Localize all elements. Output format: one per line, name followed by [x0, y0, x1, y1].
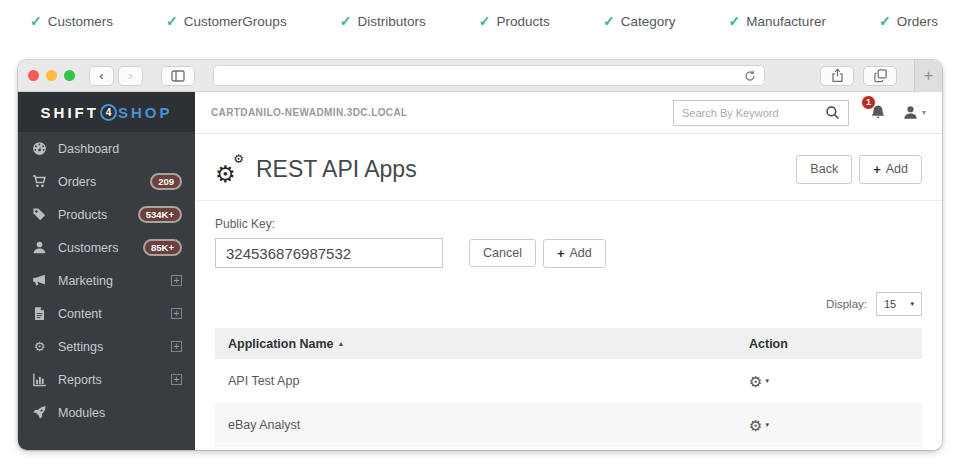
logo-text-shift: SHIFT: [41, 104, 99, 121]
expand-icon[interactable]: +: [171, 308, 182, 319]
expand-icon[interactable]: +: [171, 374, 182, 385]
public-key-section: Public Key: Cancel + Add: [215, 217, 922, 268]
search-icon[interactable]: [825, 105, 840, 120]
table-row: eBay Analyst ⚙ ▾: [215, 403, 922, 447]
row-action-menu[interactable]: ⚙ ▾: [749, 418, 909, 433]
main-panel: CARTDANILO-NEWADMIN.3DC.LOCAL 1 ▾: [195, 92, 942, 450]
sidebar-toggle-icon: [170, 68, 186, 84]
notification-count-badge: 1: [861, 95, 876, 110]
products-count-badge: 534K+: [138, 206, 182, 223]
display-controls: Display: 15 ▾: [215, 292, 922, 316]
header-divider: [195, 200, 942, 201]
check-icon: ✓: [340, 13, 352, 29]
chevron-down-icon: ▾: [922, 108, 926, 117]
menu-item-label: Customers: [48, 14, 113, 29]
sidebar-item-dashboard[interactable]: Dashboard: [18, 132, 195, 165]
sidebar-item-label: Orders: [58, 175, 96, 189]
show-tabs-button[interactable]: [863, 66, 897, 86]
menu-item-category[interactable]: ✓ Category: [603, 13, 676, 29]
refresh-icon[interactable]: [743, 69, 757, 83]
check-icon: ✓: [30, 13, 42, 29]
caret-down-icon: ▾: [765, 377, 769, 385]
minimize-window-button[interactable]: [46, 70, 57, 81]
sidebar-item-products[interactable]: Products 534K+: [18, 198, 195, 231]
megaphone-icon: [32, 273, 47, 288]
new-tab-button[interactable]: +: [914, 60, 942, 92]
gear-icon: ⚙: [749, 374, 762, 389]
account-menu-button[interactable]: ▾: [902, 104, 926, 121]
browser-toolbar: ‹ › +: [18, 60, 942, 92]
close-window-button[interactable]: [28, 70, 39, 81]
select-caret-icon: ▾: [910, 300, 914, 308]
expand-icon[interactable]: +: [171, 341, 182, 352]
zoom-window-button[interactable]: [64, 70, 75, 81]
document-icon: [32, 306, 47, 321]
traffic-lights: [28, 70, 75, 81]
sort-asc-icon: ▲: [338, 340, 345, 347]
toolbar-right-group: +: [820, 60, 942, 91]
keyword-search-box[interactable]: [673, 100, 849, 126]
browser-forward-button[interactable]: ›: [118, 66, 143, 86]
address-input[interactable]: [214, 66, 764, 85]
expand-icon[interactable]: +: [171, 275, 182, 286]
page-content: ⚙ ⚙ REST API Apps Back + Add Public Key:: [195, 134, 942, 450]
cart-icon: [32, 174, 47, 189]
menu-item-orders[interactable]: ✓ Orders: [879, 13, 938, 29]
table-row: API Test App ⚙ ▾: [215, 359, 922, 403]
display-label: Display:: [826, 298, 867, 310]
shift4shop-logo[interactable]: SHIFT 4 SHOP: [18, 92, 195, 132]
menu-item-products[interactable]: ✓ Products: [479, 13, 550, 29]
tabs-icon: [873, 68, 888, 83]
sidebar-item-marketing[interactable]: Marketing +: [18, 264, 195, 297]
sidebar-item-label: Dashboard: [58, 142, 119, 156]
menu-item-manufacturer[interactable]: ✓ Manufacturer: [729, 13, 826, 29]
search-input[interactable]: [682, 107, 825, 119]
gears-icon: ⚙: [32, 339, 47, 354]
address-bar[interactable]: [213, 65, 765, 86]
add-key-button[interactable]: + Add: [543, 239, 606, 268]
back-button[interactable]: Back: [796, 155, 852, 184]
sidebar-item-reports[interactable]: Reports +: [18, 363, 195, 396]
page-size-select[interactable]: 15 ▾: [876, 292, 922, 316]
public-key-label: Public Key:: [215, 217, 922, 231]
logo-text-shop: SHOP: [118, 104, 173, 121]
sidebar-item-label: Marketing: [58, 274, 113, 288]
dashboard-icon: [32, 141, 47, 156]
orders-count-badge: 209: [150, 173, 182, 190]
check-icon: ✓: [603, 13, 615, 29]
public-key-input[interactable]: [215, 238, 443, 268]
cancel-button[interactable]: Cancel: [469, 239, 536, 267]
column-application-name[interactable]: Application Name ▲: [228, 337, 749, 351]
admin-app: SHIFT 4 SHOP Dashboard Orders 209: [18, 92, 942, 450]
sidebar-toggle-button[interactable]: [161, 66, 195, 86]
plus-icon: +: [557, 246, 565, 261]
notifications-button[interactable]: 1: [869, 104, 887, 122]
menu-item-customers[interactable]: ✓ Customers: [30, 13, 113, 29]
menu-item-label: CustomerGroups: [184, 14, 287, 29]
sidebar-item-orders[interactable]: Orders 209: [18, 165, 195, 198]
menu-item-distributors[interactable]: ✓ Distributors: [340, 13, 426, 29]
row-action-menu[interactable]: ⚙ ▾: [749, 374, 909, 389]
logo-4-circle: 4: [100, 104, 117, 121]
gear-icon: ⚙: [749, 418, 762, 433]
menu-item-label: Category: [621, 14, 676, 29]
sidebar: SHIFT 4 SHOP Dashboard Orders 209: [18, 92, 195, 450]
plus-icon: +: [873, 162, 881, 177]
customers-count-badge: 85K+: [143, 239, 182, 256]
bar-chart-icon: [32, 372, 47, 387]
test-menu-strip: ✓ Customers ✓ CustomerGroups ✓ Distribut…: [0, 0, 960, 42]
browser-back-button[interactable]: ‹: [89, 66, 114, 86]
menu-item-label: Products: [497, 14, 550, 29]
menu-item-label: Orders: [897, 14, 938, 29]
sidebar-item-customers[interactable]: Customers 85K+: [18, 231, 195, 264]
app-name: API Test App: [228, 374, 749, 388]
page-title: REST API Apps: [256, 156, 417, 183]
sidebar-item-label: Settings: [58, 340, 103, 354]
share-icon: [830, 68, 845, 83]
share-button[interactable]: [820, 66, 854, 86]
add-app-button[interactable]: + Add: [859, 155, 922, 184]
sidebar-item-modules[interactable]: Modules: [18, 396, 195, 429]
sidebar-item-content[interactable]: Content +: [18, 297, 195, 330]
sidebar-item-settings[interactable]: ⚙ Settings +: [18, 330, 195, 363]
menu-item-customergroups[interactable]: ✓ CustomerGroups: [166, 13, 287, 29]
